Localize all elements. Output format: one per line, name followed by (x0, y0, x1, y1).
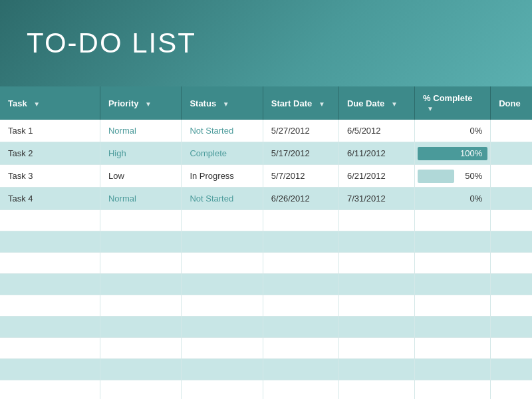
col-header-startdate[interactable]: Start Date ▼ (263, 86, 338, 120)
filter-arrow-duedate[interactable]: ▼ (391, 100, 398, 108)
progress-text: 100% (423, 148, 482, 158)
cell-pct-complete: 50% (415, 165, 491, 188)
empty-row (0, 210, 532, 231)
cell-task: Task 1 (0, 120, 100, 142)
table-header-row: Task ▼ Priority ▼ Status ▼ Start Date ▼ … (0, 86, 532, 120)
cell-startdate: 5/27/2012 (263, 120, 338, 142)
empty-row (0, 295, 532, 317)
cell-duedate: 6/5/2012 (338, 120, 414, 142)
cell-startdate: 5/7/2012 (263, 165, 338, 188)
cell-startdate: 5/17/2012 (263, 142, 338, 165)
cell-priority: Low (100, 165, 181, 188)
cell-task: Task 4 (0, 188, 100, 210)
todo-table: Task ▼ Priority ▼ Status ▼ Start Date ▼ … (0, 86, 532, 399)
cell-task: Task 3 (0, 165, 100, 188)
table-body: Task 1NormalNot Started5/27/20126/5/2012… (0, 120, 532, 399)
cell-status: Not Started (182, 120, 263, 142)
cell-priority: Normal (100, 120, 181, 142)
col-header-priority[interactable]: Priority ▼ (100, 86, 181, 120)
cell-pct-complete: 0% (415, 188, 491, 210)
cell-startdate: 6/26/2012 (263, 188, 338, 210)
cell-duedate: 7/31/2012 (338, 188, 414, 210)
cell-priority: Normal (100, 188, 181, 210)
cell-status: Not Started (182, 188, 263, 210)
page-title: TO-DO LIST (27, 27, 196, 59)
filter-arrow-priority[interactable]: ▼ (145, 100, 152, 108)
col-header-complete[interactable]: % Complete ▼ (415, 86, 491, 120)
table-row[interactable]: Task 4NormalNot Started6/26/20127/31/201… (0, 188, 532, 210)
empty-row (0, 317, 532, 338)
progress-text: 50% (423, 171, 482, 181)
filter-arrow-status[interactable]: ▼ (223, 100, 229, 108)
filter-arrow-complete[interactable]: ▼ (427, 105, 434, 112)
empty-row (0, 253, 532, 274)
cell-pct-complete: 100% (415, 142, 491, 165)
col-header-done: Done (491, 86, 532, 120)
cell-duedate: 6/11/2012 (338, 142, 414, 165)
cell-priority: High (100, 142, 181, 165)
cell-done (491, 165, 532, 188)
empty-row (0, 274, 532, 295)
col-header-duedate[interactable]: Due Date ▼ (338, 86, 414, 120)
table-row[interactable]: Task 3LowIn Progress5/7/20126/21/201250% (0, 165, 532, 188)
table-row[interactable]: Task 2HighComplete5/17/20126/11/2012100% (0, 142, 532, 165)
col-header-status[interactable]: Status ▼ (182, 86, 263, 120)
cell-done (491, 120, 532, 142)
cell-done (491, 188, 532, 210)
cell-status: Complete (182, 142, 263, 165)
filter-arrow-task[interactable]: ▼ (33, 100, 40, 108)
empty-row (0, 359, 532, 380)
empty-row (0, 338, 532, 359)
cell-pct-complete: 0% (415, 120, 491, 142)
progress-text: 0% (423, 126, 482, 136)
cell-task: Task 2 (0, 142, 100, 165)
cell-done (491, 142, 532, 165)
todo-table-container: Task ▼ Priority ▼ Status ▼ Start Date ▼ … (0, 86, 532, 399)
empty-row (0, 380, 532, 400)
empty-row (0, 231, 532, 253)
cell-status: In Progress (182, 165, 263, 188)
filter-arrow-startdate[interactable]: ▼ (319, 100, 325, 108)
cell-duedate: 6/21/2012 (338, 165, 414, 188)
col-header-task[interactable]: Task ▼ (0, 86, 100, 120)
page-header: TO-DO LIST (0, 0, 532, 86)
progress-text: 0% (423, 194, 482, 203)
table-row[interactable]: Task 1NormalNot Started5/27/20126/5/2012… (0, 120, 532, 142)
